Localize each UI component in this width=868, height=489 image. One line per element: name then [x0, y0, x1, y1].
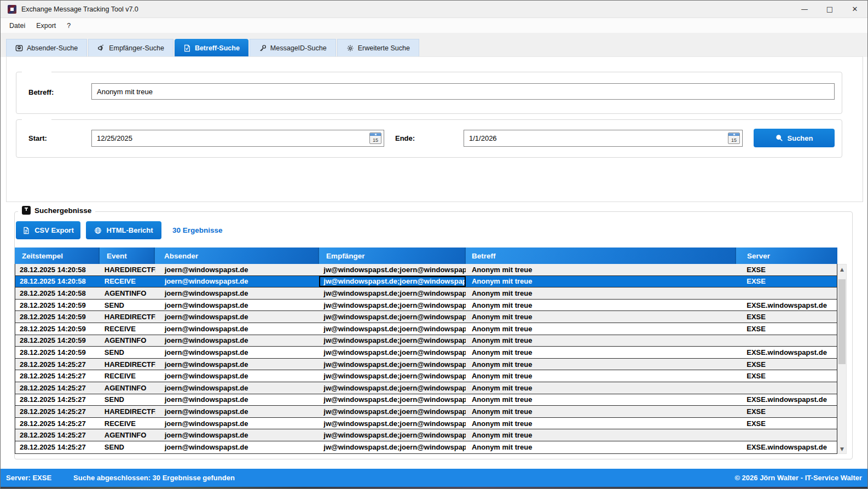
cell-absender[interactable]: joern@windowspapst.de	[155, 323, 320, 335]
cell-empfänger[interactable]: jw@windowspapst.de;joern@windowspap	[319, 300, 466, 311]
cell-empfänger[interactable]: jw@windowspapst.de;joern@windowspap	[319, 359, 466, 370]
cell-event[interactable]: RECEIVE	[100, 323, 155, 335]
cell-empfänger[interactable]: jw@windowspapst.de;joern@windowspap	[319, 264, 466, 275]
tab-messageid-suche[interactable]: MessageID-Suche	[250, 39, 336, 57]
csv-export-button[interactable]: CSV Export	[16, 221, 80, 239]
cell-server[interactable]: EXSE	[736, 359, 837, 370]
cell-empfänger[interactable]: jw@windowspapst.de;joern@windowspap	[319, 287, 466, 299]
cell-empfänger[interactable]: jw@windowspapst.de;joern@windowspap	[319, 382, 466, 394]
cell-server[interactable]	[736, 429, 837, 441]
cell-zeitstempel[interactable]: 28.12.2025 14:20:58	[15, 276, 100, 287]
cell-absender[interactable]: joern@windowspapst.de	[155, 264, 320, 275]
cell-event[interactable]: HAREDIRECTFAIL	[100, 359, 155, 370]
table-row[interactable]: 28.12.2025 14:25:27RECEIVEjoern@windowsp…	[15, 370, 837, 382]
cell-zeitstempel[interactable]: 28.12.2025 14:20:59	[15, 335, 100, 347]
cell-event[interactable]: SEND	[100, 300, 155, 311]
cell-zeitstempel[interactable]: 28.12.2025 14:20:59	[15, 347, 100, 358]
calendar-icon[interactable]: 15	[369, 133, 381, 144]
cell-zeitstempel[interactable]: 28.12.2025 14:25:27	[15, 394, 100, 406]
cell-empfänger[interactable]: jw@windowspapst.de;joern@windowspap	[319, 323, 466, 335]
column-header-betreff[interactable]: Betreff	[466, 248, 736, 264]
cell-zeitstempel[interactable]: 28.12.2025 14:25:27	[15, 406, 100, 417]
cell-event[interactable]: AGENTINFO	[100, 382, 155, 394]
cell-absender[interactable]: joern@windowspapst.de	[155, 429, 320, 441]
cell-event[interactable]: HAREDIRECTFAIL	[100, 406, 155, 417]
cell-event[interactable]: AGENTINFO	[100, 429, 155, 441]
cell-server[interactable]: EXSE	[736, 323, 837, 335]
tab-erweiterte-suche[interactable]: Erweiterte Suche	[337, 39, 419, 57]
cell-empfänger[interactable]: jw@windowspapst.de;joern@windowspap	[319, 335, 466, 347]
table-row[interactable]: 28.12.2025 14:20:59HAREDIRECTFAILjoern@w…	[15, 311, 837, 323]
cell-empfänger[interactable]: jw@windowspapst.de;joern@windowspap	[319, 394, 466, 406]
table-row[interactable]: 28.12.2025 14:20:58HAREDIRECTFAILjoern@w…	[15, 264, 837, 276]
cell-server[interactable]: EXSE	[736, 276, 837, 287]
close-button[interactable]: ✕	[842, 1, 867, 18]
cell-zeitstempel[interactable]: 28.12.2025 14:20:58	[15, 264, 100, 275]
cell-betreff[interactable]: Anonym mit treue	[466, 335, 736, 347]
cell-server[interactable]: EXSE	[736, 264, 837, 275]
table-row[interactable]: 28.12.2025 14:20:58RECEIVEjoern@windowsp…	[15, 276, 837, 288]
table-row[interactable]: 28.12.2025 14:25:27RECEIVEjoern@windowsp…	[15, 418, 837, 430]
column-header-event[interactable]: Event	[100, 248, 155, 264]
cell-absender[interactable]: joern@windowspapst.de	[155, 276, 320, 287]
table-row[interactable]: 28.12.2025 14:25:27HAREDIRECTFAILjoern@w…	[15, 406, 837, 418]
cell-betreff[interactable]: Anonym mit treue	[466, 287, 736, 299]
maximize-button[interactable]: □	[817, 1, 842, 18]
cell-server[interactable]: EXSE.windowspapst.de	[736, 300, 837, 311]
cell-absender[interactable]: joern@windowspapst.de	[155, 287, 320, 299]
cell-empfänger[interactable]: jw@windowspapst.de;joern@windowspap	[319, 347, 466, 358]
table-row[interactable]: 28.12.2025 14:20:58AGENTINFOjoern@window…	[15, 287, 837, 300]
tab-empfaenger-suche[interactable]: Empfänger-Suche	[88, 39, 173, 57]
cell-event[interactable]: RECEIVE	[100, 418, 155, 429]
table-row[interactable]: 28.12.2025 14:20:59SENDjoern@windowspaps…	[15, 300, 837, 312]
calendar-icon[interactable]: 15	[728, 133, 740, 144]
cell-absender[interactable]: joern@windowspapst.de	[155, 418, 320, 429]
cell-absender[interactable]: joern@windowspapst.de	[155, 300, 320, 311]
cell-betreff[interactable]: Anonym mit treue	[466, 418, 736, 429]
table-row[interactable]: 28.12.2025 14:20:59RECEIVEjoern@windowsp…	[15, 323, 837, 335]
cell-absender[interactable]: joern@windowspapst.de	[155, 441, 320, 453]
cell-event[interactable]: RECEIVE	[100, 276, 155, 287]
cell-empfänger[interactable]: jw@windowspapst.de;joern@windowspap	[319, 441, 466, 453]
suchen-button[interactable]: Suchen	[754, 129, 835, 147]
cell-empfänger[interactable]: jw@windowspapst.de;joern@windowspap	[319, 418, 466, 429]
scroll-down-icon[interactable]: ▼	[838, 444, 846, 453]
table-row[interactable]: 28.12.2025 14:25:27AGENTINFOjoern@window…	[15, 382, 837, 394]
cell-zeitstempel[interactable]: 28.12.2025 14:25:27	[15, 441, 100, 453]
cell-absender[interactable]: joern@windowspapst.de	[155, 347, 320, 358]
table-row[interactable]: 28.12.2025 14:25:27SENDjoern@windowspaps…	[15, 394, 837, 406]
cell-betreff[interactable]: Anonym mit treue	[466, 441, 736, 453]
cell-betreff[interactable]: Anonym mit treue	[466, 264, 736, 275]
cell-zeitstempel[interactable]: 28.12.2025 14:20:59	[15, 300, 100, 311]
cell-betreff[interactable]: Anonym mit treue	[466, 300, 736, 311]
menu-datei[interactable]: Datei	[4, 20, 31, 32]
cell-zeitstempel[interactable]: 28.12.2025 14:20:59	[15, 323, 100, 335]
cell-absender[interactable]: joern@windowspapst.de	[155, 394, 320, 406]
cell-event[interactable]: AGENTINFO	[100, 287, 155, 299]
cell-event[interactable]: HAREDIRECTFAIL	[100, 264, 155, 275]
cell-event[interactable]: AGENTINFO	[100, 335, 155, 347]
cell-server[interactable]: EXSE.windowspapst.de	[736, 394, 837, 406]
cell-absender[interactable]: joern@windowspapst.de	[155, 406, 320, 417]
cell-betreff[interactable]: Anonym mit treue	[466, 276, 736, 287]
cell-betreff[interactable]: Anonym mit treue	[466, 394, 736, 406]
table-row[interactable]: 28.12.2025 14:25:27AGENTINFOjoern@window…	[15, 429, 837, 441]
cell-betreff[interactable]: Anonym mit treue	[466, 370, 736, 382]
cell-event[interactable]: SEND	[100, 347, 155, 358]
scroll-up-icon[interactable]: ▲	[838, 264, 846, 274]
column-header-zeitstempel[interactable]: Zeitstempel	[15, 248, 100, 264]
cell-empfänger[interactable]: jw@windowspapst.de;joern@windowspap	[319, 429, 466, 441]
cell-zeitstempel[interactable]: 28.12.2025 14:20:59	[15, 311, 100, 323]
cell-empfänger[interactable]: jw@windowspapst.de;joern@windowspap	[319, 276, 466, 287]
cell-zeitstempel[interactable]: 28.12.2025 14:25:27	[15, 382, 100, 394]
cell-server[interactable]	[736, 287, 837, 299]
scrollbar-thumb[interactable]	[838, 279, 846, 364]
cell-empfänger[interactable]: jw@windowspapst.de;joern@windowspap	[319, 406, 466, 417]
cell-event[interactable]: SEND	[100, 394, 155, 406]
cell-betreff[interactable]: Anonym mit treue	[466, 429, 736, 441]
tab-betreff-suche[interactable]: Betreff-Suche	[175, 39, 248, 57]
cell-event[interactable]: SEND	[100, 441, 155, 453]
ende-date-picker[interactable]: 1/1/2026 15	[464, 130, 743, 147]
html-bericht-button[interactable]: HTML-Bericht	[86, 221, 161, 239]
cell-absender[interactable]: joern@windowspapst.de	[155, 311, 320, 323]
